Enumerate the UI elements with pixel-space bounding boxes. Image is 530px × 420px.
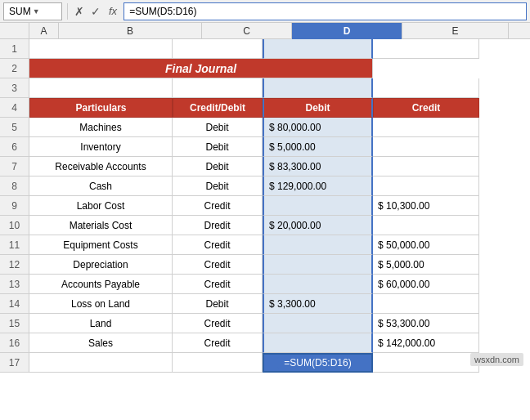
row-num-17: 17 xyxy=(0,353,29,373)
col-header-b[interactable]: B xyxy=(59,23,202,39)
table-row: 16 Sales Credit $ 142,000.00 xyxy=(0,333,530,353)
row-num-13: 13 xyxy=(0,275,29,294)
formula-bar: SUM ▼ ✗ ✓ fx xyxy=(0,0,530,23)
cell-b12[interactable]: Depreciation xyxy=(29,255,173,275)
cell-c8[interactable]: Debit xyxy=(173,176,263,196)
cell-c11[interactable]: Credit xyxy=(173,235,263,255)
col-header-d[interactable]: D xyxy=(292,23,402,39)
table-row: 2 Final Journal xyxy=(0,59,530,78)
cell-d7[interactable]: $ 83,300.00 xyxy=(263,157,373,176)
cell-d3[interactable] xyxy=(263,78,373,98)
divider xyxy=(67,3,68,20)
row-num-10: 10 xyxy=(0,216,29,235)
cancel-icon[interactable]: ✗ xyxy=(73,5,86,18)
column-headers: A B C D E xyxy=(0,23,530,39)
cell-d5[interactable]: $ 80,000.00 xyxy=(263,118,373,137)
header-credit: Credit xyxy=(373,98,479,118)
cell-e12[interactable]: $ 5,000.00 xyxy=(373,255,479,275)
cell-b10[interactable]: Materials Cost xyxy=(29,216,173,235)
cell-c1[interactable] xyxy=(173,39,263,59)
cell-c7[interactable]: Debit xyxy=(173,157,263,176)
cell-d10[interactable]: $ 20,000.00 xyxy=(263,216,373,235)
row-num-16: 16 xyxy=(0,333,29,353)
cell-e5[interactable] xyxy=(373,118,479,137)
table-row: 11 Equipment Costs Credit $ 50,000.00 xyxy=(0,235,530,255)
cell-b17[interactable] xyxy=(29,353,173,373)
cell-c5[interactable]: Debit xyxy=(173,118,263,137)
confirm-icon[interactable]: ✓ xyxy=(89,5,102,18)
cell-e7[interactable] xyxy=(373,157,479,176)
cell-b2-title[interactable]: Final Journal xyxy=(29,59,373,78)
cell-c14[interactable]: Debit xyxy=(173,294,263,314)
row-num-14: 14 xyxy=(0,294,29,314)
cell-e10[interactable] xyxy=(373,216,479,235)
cell-d14[interactable]: $ 3,300.00 xyxy=(263,294,373,314)
table-row: 3 xyxy=(0,78,530,98)
cell-b6[interactable]: Inventory xyxy=(29,137,173,157)
name-box-dropdown-icon[interactable]: ▼ xyxy=(33,7,40,16)
col-header-e[interactable]: E xyxy=(402,23,509,39)
cell-b8[interactable]: Cash xyxy=(29,176,173,196)
cell-c10[interactable]: Dredit xyxy=(173,216,263,235)
cell-b1[interactable] xyxy=(29,39,173,59)
cell-b16[interactable]: Sales xyxy=(29,333,173,353)
cell-e16[interactable]: $ 142,000.00 xyxy=(373,333,479,353)
name-box[interactable]: SUM ▼ xyxy=(3,2,62,20)
cell-c15[interactable]: Credit xyxy=(173,314,263,333)
cell-c17[interactable] xyxy=(173,353,263,373)
table-row: 7 Receivable Accounts Debit $ 83,300.00 xyxy=(0,157,530,176)
cell-e6[interactable] xyxy=(373,137,479,157)
cell-e8[interactable] xyxy=(373,176,479,196)
cell-b9[interactable]: Labor Cost xyxy=(29,196,173,216)
cell-d11[interactable] xyxy=(263,235,373,255)
row-num-15: 15 xyxy=(0,314,29,333)
cell-d13[interactable] xyxy=(263,275,373,294)
row-num-8: 8 xyxy=(0,176,29,196)
cell-d6[interactable]: $ 5,000.00 xyxy=(263,137,373,157)
cell-e14[interactable] xyxy=(373,294,479,314)
cell-b15[interactable]: Land xyxy=(29,314,173,333)
cell-c9[interactable]: Credit xyxy=(173,196,263,216)
cell-b13[interactable]: Accounts Payable xyxy=(29,275,173,294)
cell-e9[interactable]: $ 10,300.00 xyxy=(373,196,479,216)
table-row: 1 xyxy=(0,39,530,59)
cell-c3[interactable] xyxy=(173,78,263,98)
header-credit-debit: Credit/Debit xyxy=(173,98,263,118)
cell-b5[interactable]: Machines xyxy=(29,118,173,137)
cell-c12[interactable]: Credit xyxy=(173,255,263,275)
cell-b11[interactable]: Equipment Costs xyxy=(29,235,173,255)
cell-e17[interactable] xyxy=(373,353,479,373)
cell-d9[interactable] xyxy=(263,196,373,216)
fx-label: fx xyxy=(109,5,117,17)
cell-e11[interactable]: $ 50,000.00 xyxy=(373,235,479,255)
row-num-9: 9 xyxy=(0,196,29,216)
table-row: 6 Inventory Debit $ 5,000.00 xyxy=(0,137,530,157)
col-header-c[interactable]: C xyxy=(202,23,292,39)
col-header-a[interactable]: A xyxy=(29,23,59,39)
table-row: 13 Accounts Payable Credit $ 60,000.00 xyxy=(0,275,530,294)
formula-input[interactable] xyxy=(124,2,527,20)
cell-d16[interactable] xyxy=(263,333,373,353)
cell-e1[interactable] xyxy=(373,39,479,59)
cell-e3[interactable] xyxy=(373,78,479,98)
cell-d12[interactable] xyxy=(263,255,373,275)
cell-b7[interactable]: Receivable Accounts xyxy=(29,157,173,176)
cell-d15[interactable] xyxy=(263,314,373,333)
table-row: 4 Particulars Credit/Debit Debit Credit xyxy=(0,98,530,118)
table-row: 8 Cash Debit $ 129,000.00 xyxy=(0,176,530,196)
cell-d8[interactable]: $ 129,000.00 xyxy=(263,176,373,196)
cell-c16[interactable]: Credit xyxy=(173,333,263,353)
cell-c6[interactable]: Debit xyxy=(173,137,263,157)
cell-e13[interactable]: $ 60,000.00 xyxy=(373,275,479,294)
cell-c13[interactable]: Credit xyxy=(173,275,263,294)
cell-b14[interactable]: Loss on Land xyxy=(29,294,173,314)
table-row: 5 Machines Debit $ 80,000.00 xyxy=(0,118,530,137)
row-num-1: 1 xyxy=(0,39,29,59)
cell-d17-formula[interactable]: =SUM(D5:D16) xyxy=(263,353,373,373)
row-num-7: 7 xyxy=(0,157,29,176)
cell-d1[interactable] xyxy=(263,39,373,59)
sheet-grid: 1 2 Final Journal 3 4 Particulars xyxy=(0,39,530,373)
cell-e15[interactable]: $ 53,300.00 xyxy=(373,314,479,333)
formula-icons: ✗ ✓ xyxy=(73,5,102,18)
cell-b3[interactable] xyxy=(29,78,173,98)
